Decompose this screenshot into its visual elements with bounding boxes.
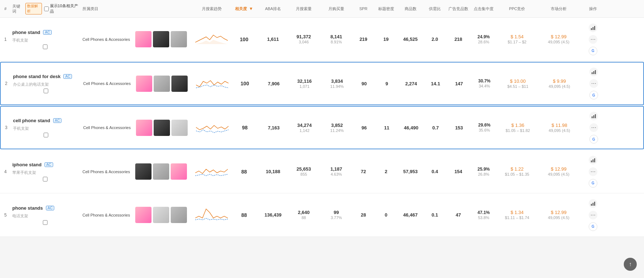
row-category-4: Cell Phones & Accessories [80, 170, 134, 174]
more-icon[interactable]: ⋯ [589, 35, 597, 44]
row-actions-3: ⋯ G [581, 111, 606, 144]
col-header-trend: 月搜索趋势 [193, 6, 230, 11]
row-search-vol-3: 34,274 1,142 [288, 123, 321, 133]
row-buy-vol-4: 1,187 4.63% [320, 166, 353, 177]
more-icon[interactable]: ⋯ [589, 79, 598, 88]
row-relevance-2: 100 [230, 81, 259, 86]
row-search-vol-4: 25,653 855 [287, 166, 320, 177]
col-header-actions: 操作 [580, 6, 606, 11]
row-category-2: Cell Phones & Accessories [80, 81, 135, 86]
col-header-search-vol: 月搜索量 [287, 6, 320, 11]
row-market-3: $ 11.98 49,095 (4.5) [538, 123, 581, 133]
bar-chart-icon[interactable] [589, 68, 598, 76]
more-icon[interactable]: ⋯ [589, 123, 598, 132]
row-keyword-5: phone stands AC 电话支架 [11, 205, 80, 225]
row-keyword-1: phone stand AC 手机支架 [11, 30, 80, 49]
row-checkbox-1[interactable] [12, 44, 78, 49]
col-header-product-count: 商品数 [398, 6, 423, 11]
table-row: 3 cell phone stand AC 手机支架 Cell Phones &… [0, 106, 644, 149]
row-keyword-2: phone stand for desk AC 办公桌上的电话支架 [12, 74, 80, 93]
row-title-density-2: 9 [375, 81, 398, 86]
google-icon[interactable]: G [589, 91, 598, 99]
show10-label: 展示10条相关产品 [44, 3, 78, 14]
row-product-count-4: 57,953 [398, 169, 423, 174]
svg-rect-1 [593, 27, 594, 30]
row-title-density-5: 0 [374, 212, 398, 218]
row-click-concentration-2: 30.7% 34.4% [471, 78, 498, 89]
row-title-density-3: 11 [375, 125, 398, 131]
google-icon[interactable]: G [589, 222, 597, 231]
row-aba-5: 136,439 [259, 212, 287, 218]
row-market-4: $ 12.99 49,095 (4.5) [537, 166, 580, 177]
svg-rect-2 [594, 26, 595, 30]
row-images-3 [135, 120, 194, 136]
product-image [136, 120, 152, 136]
svg-rect-9 [591, 161, 592, 162]
table-row: 5 phone stands AC 电话支架 Cell Phones & Acc… [0, 193, 644, 237]
google-icon[interactable]: G [589, 135, 598, 144]
row-checkbox-3[interactable] [13, 133, 79, 137]
google-icon[interactable]: G [589, 179, 597, 188]
row-buy-vol-3: 3,852 11.24% [321, 123, 353, 133]
row-supply-ratio-4: 0.4 [423, 169, 447, 174]
row-index-1: 1 [0, 37, 11, 42]
row-click-concentration-5: 47.1% 53.8% [470, 210, 497, 220]
svg-rect-0 [591, 28, 592, 30]
product-image [171, 163, 187, 180]
row-checkbox-5[interactable] [12, 220, 78, 225]
google-icon[interactable]: G [589, 47, 597, 55]
bar-chart-icon[interactable] [589, 199, 597, 208]
row-search-vol-2: 32,116 1,071 [288, 78, 321, 89]
row-actions-2: ⋯ G [581, 67, 606, 100]
col-header-keyword-area: 关键词 数据解析 展示10条相关产品 [11, 3, 80, 14]
row-relevance-4: 88 [230, 169, 259, 175]
bar-chart-icon[interactable] [589, 156, 597, 164]
row-title-density-4: 2 [374, 169, 398, 174]
data-analysis-tag[interactable]: 数据解析 [25, 3, 42, 14]
row-ppc-5: $ 1.34 $1.11 – $1.74 [497, 210, 537, 220]
row-aba-4: 10,188 [259, 169, 287, 174]
product-image [136, 76, 152, 92]
table-row: 2 phone stand for desk AC 办公桌上的电话支架 Cell… [0, 62, 644, 105]
svg-rect-6 [592, 116, 593, 118]
product-image [135, 207, 152, 223]
row-relevance-5: 88 [230, 212, 259, 218]
row-supply-ratio-3: 0.7 [424, 125, 447, 131]
row-market-1: $ 12.99 49,095 (4.5) [537, 34, 580, 44]
row-market-5: $ 12.99 49,095 (4.5) [537, 210, 580, 220]
row-ppc-4: $ 1.22 $1.05 – $1.35 [497, 166, 537, 177]
col-header-index: # [0, 6, 11, 11]
row-supply-ratio-5: 0.1 [423, 212, 447, 218]
row-images-4 [134, 163, 193, 180]
product-image [154, 120, 170, 136]
row-checkbox-4[interactable] [12, 177, 78, 181]
row-ppc-2: $ 10.00 $4.51 – $11 [498, 78, 538, 89]
row-checkbox-2[interactable] [13, 89, 79, 93]
row-buy-vol-1: 8,141 8.91% [320, 34, 353, 44]
bar-chart-icon[interactable] [589, 112, 598, 120]
row-trend-5 [193, 205, 230, 224]
col-header-buy-vol: 月购买量 [320, 6, 353, 11]
row-index-3: 3 [1, 125, 12, 130]
row-category-1: Cell Phones & Accessories [80, 37, 134, 42]
row-buy-vol-5: 99 3.77% [320, 210, 353, 220]
col-header-relevance[interactable]: 相关度 ▼ [230, 6, 259, 11]
more-icon[interactable]: ⋯ [589, 211, 597, 219]
svg-rect-4 [593, 71, 594, 74]
row-aba-3: 7,163 [259, 125, 288, 131]
row-ppc-1: $ 1.54 $1.17 – $2 [497, 34, 537, 44]
svg-rect-13 [593, 203, 594, 206]
row-actions-4: ⋯ G [580, 155, 606, 188]
row-search-vol-5: 2,640 88 [287, 210, 320, 220]
row-spr-4: 72 [353, 169, 374, 174]
row-keyword-4: iphone stand AC 苹果手机支架 [11, 162, 80, 181]
svg-rect-7 [593, 115, 594, 118]
more-icon[interactable]: ⋯ [589, 167, 597, 176]
table-row: 1 phone stand AC 手机支架 Cell Phones & Acce… [0, 18, 644, 61]
trend-chart [195, 30, 228, 48]
row-product-count-2: 2,274 [398, 81, 424, 86]
product-image [153, 163, 169, 180]
row-index-2: 2 [1, 81, 12, 86]
bar-chart-icon[interactable] [589, 23, 597, 32]
show10-checkbox[interactable] [44, 7, 49, 11]
